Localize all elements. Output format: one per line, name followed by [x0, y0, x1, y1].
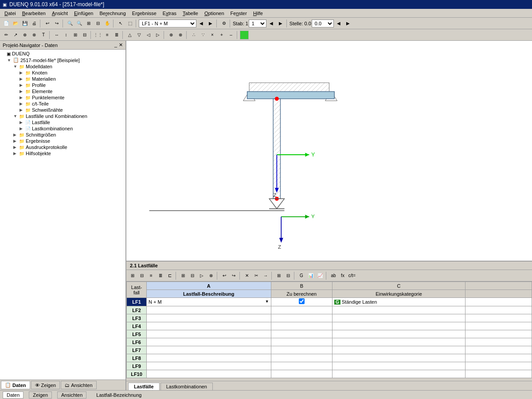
- stab-combo[interactable]: 1: [249, 20, 266, 27]
- tree-item-root[interactable]: ▣ DUENQ: [1, 51, 125, 57]
- print-btn[interactable]: 🖨: [30, 19, 39, 28]
- lf-check-cell[interactable]: [271, 330, 332, 338]
- t2-btn18[interactable]: ⊗: [176, 31, 185, 39]
- lf-desc-cell[interactable]: [147, 354, 271, 362]
- bt-btn22[interactable]: c/t=: [348, 271, 356, 280]
- bt-btn14[interactable]: →: [261, 271, 270, 280]
- menu-bearbeiten[interactable]: Bearbeiten: [20, 10, 48, 17]
- lf-check-cell[interactable]: [271, 314, 332, 322]
- nav-minimize[interactable]: _: [114, 42, 117, 48]
- lf-desc-cell[interactable]: [147, 314, 271, 322]
- bt-btn10[interactable]: ↩: [220, 271, 229, 280]
- t2-btn1[interactable]: ✏: [2, 31, 11, 39]
- status-zeigen-btn[interactable]: Zeigen: [29, 391, 52, 399]
- stelle-combo[interactable]: 0.0: [312, 20, 334, 27]
- bt-btn16[interactable]: ⊟: [284, 271, 293, 280]
- menu-datei[interactable]: Datei: [2, 10, 19, 17]
- bt-btn11[interactable]: ↪: [229, 271, 238, 280]
- prev-btn[interactable]: ◀: [197, 19, 206, 28]
- t2-btn13[interactable]: △: [125, 31, 134, 39]
- t2-color[interactable]: [240, 31, 249, 39]
- t2-btn10[interactable]: ⋮⋮: [94, 31, 102, 39]
- tree-item-knoten[interactable]: ▶ 📁 Knoten: [1, 70, 125, 76]
- t2-btn7[interactable]: ↕: [62, 31, 70, 39]
- table-row[interactable]: LF3: [127, 314, 532, 322]
- bt-btn6[interactable]: ⊞: [179, 271, 188, 280]
- new-btn[interactable]: 📄: [2, 19, 11, 28]
- table-row[interactable]: LF5: [127, 330, 532, 338]
- stelle-prev[interactable]: ◀: [334, 19, 343, 28]
- lf-check-cell[interactable]: [271, 338, 332, 346]
- menu-extras[interactable]: Extras: [160, 10, 179, 17]
- table-row[interactable]: LF8: [127, 354, 532, 362]
- t2-btn19[interactable]: ∴: [189, 31, 198, 39]
- zoom-win-btn[interactable]: ⊟: [94, 19, 102, 28]
- bt-btn5[interactable]: ⊏: [165, 271, 174, 280]
- tree-item-profile[interactable]: ▶ 📁 Profile: [1, 82, 125, 88]
- table-row[interactable]: LF10: [127, 370, 532, 378]
- lf-desc-cell[interactable]: [147, 370, 271, 378]
- lf-desc-cell[interactable]: [147, 330, 271, 338]
- lf-desc-cell[interactable]: [147, 338, 271, 346]
- status-ansichten-btn[interactable]: Ansichten: [57, 391, 86, 399]
- table-row[interactable]: LF7: [127, 346, 532, 354]
- bt-btn13[interactable]: ✂: [252, 271, 261, 280]
- nav-footer-zeigen[interactable]: 👁 Zeigen: [31, 381, 60, 389]
- lf-check-cell[interactable]: [271, 354, 332, 362]
- lf-combo[interactable]: LF1 - N + MLF1 - N + M: [139, 20, 196, 27]
- menu-ansicht[interactable]: Ansicht: [49, 10, 70, 17]
- next-btn[interactable]: ▶: [206, 19, 215, 28]
- menu-berechnung[interactable]: Berechnung: [97, 10, 128, 17]
- t2-btn17[interactable]: ⊕: [167, 31, 176, 39]
- lf-check-cell[interactable]: [271, 362, 332, 370]
- bt-btn12[interactable]: ✕: [243, 271, 251, 280]
- zoom-out-btn[interactable]: 🔍: [75, 19, 84, 28]
- t2-btn21[interactable]: ×: [208, 31, 217, 39]
- table-row[interactable]: LF6: [127, 338, 532, 346]
- table-row[interactable]: LF4: [127, 322, 532, 330]
- bt-btn1[interactable]: ⊞: [128, 271, 137, 280]
- lf-check-cell[interactable]: [271, 370, 332, 378]
- save-btn[interactable]: 💾: [20, 19, 29, 28]
- tree-item-lastfaelle-group[interactable]: ▼ 📁 Lastfälle und Kombinationen: [1, 113, 125, 119]
- tree-item-ausdruck[interactable]: ▶ 📁 Ausdruckprotokolle: [1, 144, 125, 150]
- t2-btn23[interactable]: –: [227, 31, 235, 39]
- open-btn[interactable]: 📂: [11, 19, 20, 28]
- bt-btn21[interactable]: fx: [338, 271, 347, 280]
- bt-btn17[interactable]: G: [297, 271, 306, 280]
- t2-btn8[interactable]: ⊞: [71, 31, 80, 39]
- nav-footer-daten[interactable]: 📋 Daten: [1, 381, 30, 389]
- tab-lastkomb[interactable]: Lastkombinationen: [160, 383, 213, 390]
- t2-btn11[interactable]: ≡: [103, 31, 112, 39]
- tree-item-ct-teile[interactable]: ▶ 📁 c/t-Teile: [1, 101, 125, 107]
- bt-btn7[interactable]: ⊟: [188, 271, 197, 280]
- t2-btn12[interactable]: ≣: [112, 31, 121, 39]
- tree-item-file[interactable]: ▼ 📋 2517-model-file* [Beispiele]: [1, 57, 125, 63]
- t2-btn20[interactable]: ∵: [199, 31, 207, 39]
- lf-desc-cell[interactable]: ▼: [147, 298, 271, 306]
- t2-btn5[interactable]: T: [39, 31, 48, 39]
- bt-btn8[interactable]: ▷: [197, 271, 206, 280]
- zoom-in-btn[interactable]: 🔍: [66, 19, 74, 28]
- t2-btn9[interactable]: ⊟: [80, 31, 89, 39]
- nav-close[interactable]: ✕: [119, 42, 123, 48]
- bt-btn20[interactable]: ab: [329, 271, 338, 280]
- pan-btn[interactable]: ✋: [103, 19, 112, 28]
- tree-item-materialien[interactable]: ▶ 📁 Materialien: [1, 76, 125, 82]
- stab-next[interactable]: ▶: [276, 19, 285, 28]
- menu-tabelle[interactable]: Tabelle: [180, 10, 201, 17]
- select-btn[interactable]: ↖: [116, 19, 125, 28]
- t2-btn14[interactable]: ▽: [135, 31, 144, 39]
- nav-footer-ansichten[interactable]: 🗂 Ansichten: [61, 381, 96, 389]
- tab-lastfaelle[interactable]: Lastfälle: [128, 383, 160, 390]
- lf-check-cell[interactable]: [271, 322, 332, 330]
- redo-btn[interactable]: ↪: [52, 19, 61, 28]
- lf-desc-cell[interactable]: [147, 306, 271, 314]
- bt-btn18[interactable]: 📊: [306, 271, 315, 280]
- menu-fenster[interactable]: Fenster: [228, 10, 250, 17]
- status-daten-btn[interactable]: Daten: [3, 391, 23, 399]
- rect-select-btn[interactable]: ⬚: [125, 19, 134, 28]
- stab-prev[interactable]: ◀: [267, 19, 276, 28]
- menu-einfuegen[interactable]: Einfügen: [71, 10, 96, 17]
- table-row[interactable]: LF9: [127, 362, 532, 370]
